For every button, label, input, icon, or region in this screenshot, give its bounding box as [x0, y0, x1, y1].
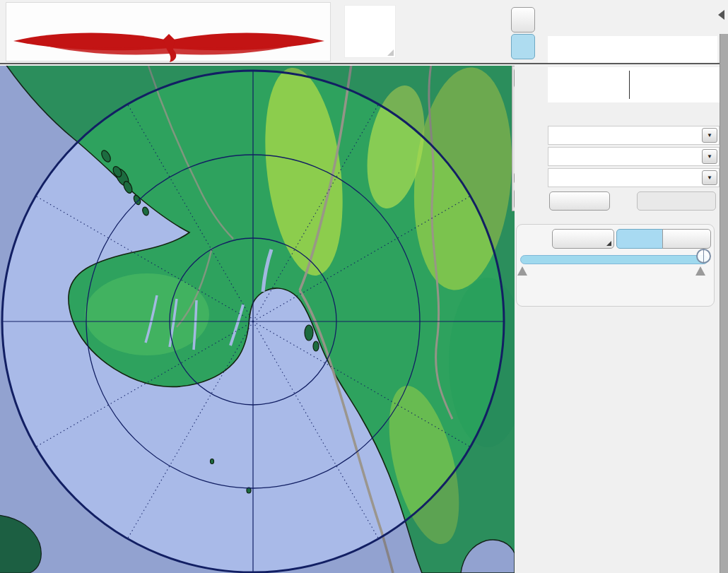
slider-end-marker[interactable] — [695, 266, 705, 276]
range-display — [548, 67, 720, 102]
eagle-icon — [11, 33, 327, 62]
replay-slider-track[interactable] — [520, 255, 708, 264]
chevron-down-icon[interactable]: ▼ — [702, 128, 717, 143]
playback-controls — [518, 279, 713, 303]
warning-panel[interactable] — [344, 5, 396, 58]
previous-button[interactable] — [549, 191, 610, 211]
station-name — [548, 36, 717, 63]
replay-slider-handle[interactable] — [696, 249, 711, 264]
panel-collapse-icon[interactable] — [718, 10, 724, 20]
panel-scrollbar[interactable] — [720, 34, 728, 573]
jbirds-logo — [6, 2, 331, 61]
utc-button[interactable] — [511, 7, 535, 33]
menu-corner-icon — [606, 241, 611, 246]
chevron-down-icon[interactable]: ▼ — [702, 149, 717, 164]
rainfall-legend — [520, 373, 626, 573]
site-dropdown[interactable]: ▼ — [548, 126, 720, 145]
resize-grip-icon[interactable] — [387, 49, 394, 56]
mmt-button[interactable] — [511, 34, 535, 59]
manual-mode-button[interactable] — [662, 229, 711, 249]
slider-start-marker[interactable] — [517, 266, 527, 276]
auto-mode-button[interactable] — [616, 229, 663, 249]
jbirds-app: ▼ ▼ ▼ — [0, 0, 728, 573]
divider — [629, 71, 630, 99]
product-dropdown[interactable]: ▼ — [548, 147, 720, 166]
radar-map[interactable] — [0, 66, 515, 573]
chevron-down-icon[interactable]: ▼ — [702, 170, 717, 185]
overlay-list — [628, 373, 720, 573]
bookmark-button[interactable] — [552, 229, 614, 249]
select-button[interactable] — [637, 191, 716, 211]
option-dropdown[interactable]: ▼ — [548, 168, 720, 187]
